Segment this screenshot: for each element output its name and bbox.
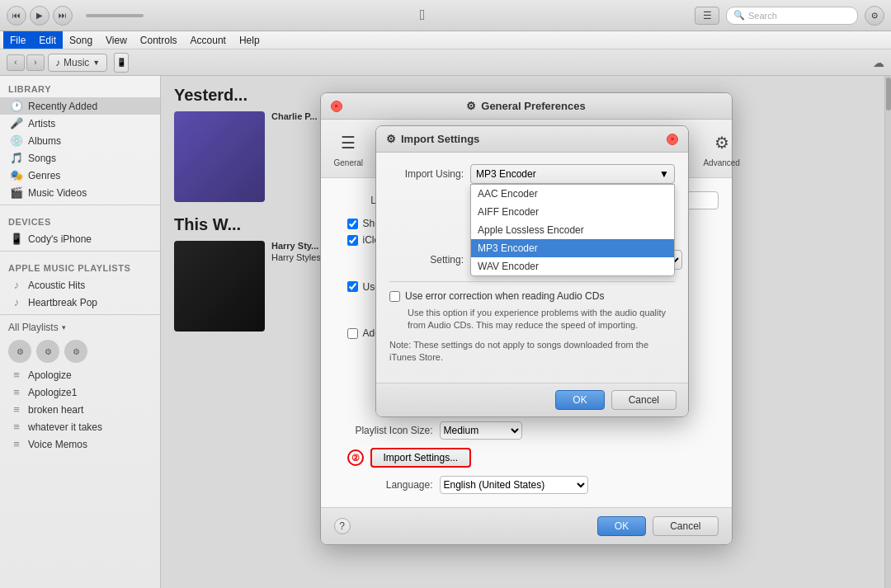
listening-history-checkbox[interactable] <box>347 281 358 292</box>
voice-memos-label: Voice Memos <box>28 439 152 450</box>
icloud-checkbox[interactable] <box>347 235 358 246</box>
next-button[interactable]: ⏭ <box>53 6 73 26</box>
error-correction-label: Use error correction when reading Audio … <box>405 290 604 302</box>
apple-logo:  <box>157 7 688 24</box>
prefs-title-text: General Preferences <box>481 100 585 112</box>
help-button[interactable]: ? <box>334 518 351 534</box>
list-icon-5: ≡ <box>10 438 23 450</box>
menu-account[interactable]: Account <box>184 31 233 49</box>
transport-controls: ⏮ ▶ ⏭ <box>7 6 73 26</box>
apologize1-label: Apologize1 <box>28 387 152 398</box>
whatever-label: whatever it takes <box>28 421 152 433</box>
content-area: Yesterd... Charlie P... This W... Harry … <box>161 76 891 588</box>
apple-lossless-option[interactable]: Apple Lossless Encoder <box>471 221 674 239</box>
settings-circle-1[interactable]: ⚙ <box>8 340 31 363</box>
advanced-label: Advanced <box>703 158 739 167</box>
library-section-title: Library <box>0 76 160 97</box>
back-button[interactable]: ‹ <box>7 54 25 71</box>
advanced-icon: ⚙ <box>709 129 735 156</box>
menu-song[interactable]: Song <box>63 31 99 49</box>
dropdown-arrow-icon: ▼ <box>659 168 669 180</box>
nav-bar: ‹ › ♪ Music ▼ 📱 ☁ <box>0 49 891 76</box>
list-view-button[interactable]: ☰ <box>695 7 719 25</box>
aac-option[interactable]: AAC Encoder <box>471 185 674 203</box>
volume-slider[interactable] <box>86 14 144 17</box>
playlist-icon-select[interactable]: Medium Small Large <box>440 421 522 440</box>
chevron-down-icon-2: ▾ <box>62 323 66 332</box>
sidebar-item-genres[interactable]: 🎭 Genres <box>0 167 160 184</box>
menu-edit[interactable]: Edit <box>32 31 63 49</box>
sidebar-item-iphone[interactable]: 📱 Cody's iPhone <box>0 230 160 247</box>
sidebar-item-apologize1[interactable]: ≡ Apologize1 <box>0 383 160 401</box>
sidebar-divider-3 <box>0 314 160 315</box>
play-button[interactable]: ▶ <box>30 6 50 26</box>
import-dropdown-menu: AAC Encoder AIFF Encoder Apple Lossless … <box>470 184 675 276</box>
language-row: Language: English (United States) <box>334 476 719 494</box>
pref-advanced-btn[interactable]: ⚙ Advanced <box>693 126 749 171</box>
sidebar-item-broken-heart[interactable]: ≡ broken heart <box>0 401 160 418</box>
prefs-icon: ⚙ <box>466 100 476 112</box>
menu-file[interactable]: File <box>3 31 32 49</box>
mp3-option[interactable]: MP3 Encoder <box>471 239 674 257</box>
sidebar-item-recently-added[interactable]: 🕐 Recently Added <box>0 97 160 115</box>
cancel-button[interactable]: Cancel <box>653 516 718 536</box>
sidebar-item-albums[interactable]: 💿 Albums <box>0 132 160 149</box>
sidebar-item-heartbreak[interactable]: ♪ Heartbreak Pop <box>0 294 160 311</box>
language-label: Language: <box>334 479 433 491</box>
music-nav[interactable]: ♪ Music ▼ <box>48 54 107 72</box>
menu-view[interactable]: View <box>99 31 134 49</box>
prev-button[interactable]: ⏮ <box>7 6 26 26</box>
iphone-icon: 📱 <box>116 58 126 67</box>
sidebar-item-acoustic[interactable]: ♪ Acoustic Hits <box>0 276 160 294</box>
search-icon: 🔍 <box>733 10 745 21</box>
general-icon: ☰ <box>335 129 361 156</box>
acoustic-icon: ♪ <box>10 279 23 291</box>
forward-button[interactable]: › <box>26 54 45 71</box>
dialog-close-button[interactable]: × <box>331 101 342 112</box>
import-dropdown-display[interactable]: MP3 Encoder ▼ <box>470 164 675 184</box>
add-songs-checkbox[interactable] <box>347 328 358 339</box>
list-icon-1: ≡ <box>10 369 23 381</box>
iphone-nav-button[interactable]: 📱 <box>114 53 129 73</box>
sidebar-item-whatever[interactable]: ≡ whatever it takes <box>0 418 160 435</box>
error-warning-note: Note: These settings do not apply to son… <box>389 339 675 365</box>
language-select[interactable]: English (United States) <box>440 476 588 494</box>
list-icon-4: ≡ <box>10 421 23 433</box>
import-settings-dialog: ⚙ Import Settings × Import Using: MP3 En… <box>375 125 689 417</box>
aiff-option[interactable]: AIFF Encoder <box>471 203 674 221</box>
error-correction-section: Use error correction when reading Audio … <box>389 281 675 365</box>
genres-label: Genres <box>28 170 152 181</box>
error-correction-checkbox[interactable] <box>389 291 400 302</box>
ok-button[interactable]: OK <box>597 516 646 536</box>
sidebar-item-songs[interactable]: 🎵 Songs <box>0 149 160 167</box>
import-cancel-button[interactable]: Cancel <box>611 390 676 410</box>
pref-general-btn[interactable]: ☰ General <box>324 126 374 171</box>
list-icon-2: ≡ <box>10 386 23 398</box>
menu-controls[interactable]: Controls <box>134 31 184 49</box>
wav-option[interactable]: WAV Encoder <box>471 257 674 275</box>
import-ok-button[interactable]: OK <box>555 390 604 410</box>
airplay-button[interactable]: ⊙ <box>865 6 884 26</box>
playlist-icon-label: Playlist Icon Size: <box>334 425 433 436</box>
error-correction-row: Use error correction when reading Audio … <box>389 290 675 302</box>
nav-arrows: ‹ › <box>7 54 45 71</box>
sidebar-item-voice-memos[interactable]: ≡ Voice Memos <box>0 435 160 453</box>
settings-circle-3[interactable]: ⚙ <box>64 340 87 363</box>
import-using-label: Import Using: <box>389 168 464 180</box>
import-dialog-title: ⚙ Import Settings <box>386 133 479 145</box>
sidebar-item-apologize[interactable]: ≡ Apologize <box>0 366 160 383</box>
import-dialog-close[interactable]: × <box>667 134 678 145</box>
iphone-sidebar-icon: 📱 <box>10 233 23 245</box>
all-playlists-row[interactable]: All Playlists ▾ <box>0 318 160 336</box>
search-box[interactable]: 🔍 Search <box>726 7 858 25</box>
import-dialog-footer: OK Cancel <box>376 383 688 416</box>
setting-label: Setting: <box>389 254 464 266</box>
apple-music-checkbox[interactable] <box>347 219 358 229</box>
sidebar-item-artists[interactable]: 🎤 Artists <box>0 115 160 132</box>
settings-circle-2[interactable]: ⚙ <box>36 340 59 363</box>
general-label: General <box>334 158 364 167</box>
import-settings-button[interactable]: Import Settings... <box>370 448 472 468</box>
menu-help[interactable]: Help <box>233 31 266 49</box>
sidebar-item-music-videos[interactable]: 🎬 Music Videos <box>0 184 160 201</box>
broken-heart-label: broken heart <box>28 404 152 416</box>
